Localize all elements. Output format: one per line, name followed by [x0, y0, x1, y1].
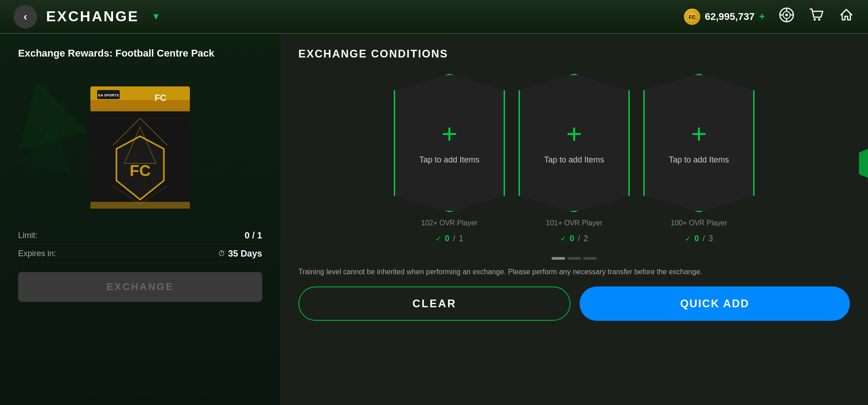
limit-label: Limit: [18, 231, 38, 240]
slot-2-label: Tap to add Items [544, 154, 604, 166]
slot-2-container: + Tap to add Items 101+ OVR Player ✓ 0 /… [519, 74, 630, 243]
main-content: Exchange Rewards: Football Centre Pack E… [0, 34, 868, 405]
quick-add-button[interactable]: QUICK ADD [580, 286, 850, 321]
reward-title: Exchange Rewards: Football Centre Pack [18, 48, 262, 59]
limit-value: 0 / 1 [245, 230, 262, 241]
slot-2-plus-icon: + [566, 120, 582, 148]
currency-icon: FC [684, 9, 700, 25]
pack-image-container: EA SPORTS FC FC [18, 73, 262, 218]
slot-1-card[interactable]: + Tap to add Items [394, 74, 505, 212]
slot-1-requirement: 102+ OVR Player [421, 219, 478, 227]
slots-row: + Tap to add Items 102+ OVR Player ✓ 0 /… [298, 74, 850, 243]
slot-3-card[interactable]: + Tap to add Items [643, 74, 755, 212]
info-section: Limit: 0 / 1 Expires in: ⏱ 35 Days [18, 227, 262, 263]
header-left: ‹ EXCHANGE ▼ [14, 5, 160, 29]
header: ‹ EXCHANGE ▼ FC 62,995,737 + [0, 0, 868, 34]
objectives-icon[interactable] [778, 7, 795, 26]
clear-button[interactable]: CLEAR [298, 286, 571, 321]
right-panel: EXCHANGE CONDITIONS + Tap to add Items 1… [280, 34, 868, 405]
header-right: FC 62,995,737 + [684, 7, 854, 26]
svg-text:FC: FC [155, 93, 167, 103]
back-button[interactable]: ‹ [14, 5, 37, 29]
expires-value: ⏱ 35 Days [218, 248, 262, 259]
expires-row: Expires in: ⏱ 35 Days [18, 245, 262, 263]
scroll-dots [552, 257, 597, 260]
svg-text:FC: FC [130, 162, 151, 179]
currency-display: FC 62,995,737 + [684, 9, 765, 25]
slot-1-label: Tap to add Items [419, 154, 479, 166]
svg-point-9 [814, 19, 816, 21]
title-dropdown-arrow-icon[interactable]: ▼ [151, 11, 160, 22]
svg-text:EA SPORTS: EA SPORTS [98, 93, 119, 97]
cart-icon[interactable] [808, 7, 825, 26]
scroll-dot-1 [552, 257, 565, 260]
warning-text: Training level cannot be inherited when … [298, 267, 850, 277]
slot-2-requirement: 101+ OVR Player [546, 219, 603, 227]
expires-label: Expires in: [18, 249, 56, 258]
back-arrow-icon: ‹ [24, 10, 27, 23]
slot-3-label: Tap to add Items [669, 154, 729, 166]
currency-plus-button[interactable]: + [759, 11, 765, 23]
svg-rect-25 [90, 202, 190, 209]
bottom-buttons: CLEAR QUICK ADD [298, 286, 850, 321]
slot-1-plus-icon: + [441, 120, 457, 148]
slot-3-requirement: 100+ OVR Player [671, 219, 727, 227]
slot-3-plus-icon: + [691, 120, 707, 148]
scroll-indicator [298, 257, 850, 260]
slot-2-progress: ✓ 0 / 2 [560, 234, 588, 243]
pack-svg: EA SPORTS FC FC [81, 73, 199, 218]
slot-1-progress: ✓ 0 / 1 [435, 234, 463, 243]
slot-1-container: + Tap to add Items 102+ OVR Player ✓ 0 /… [394, 74, 505, 243]
page-title: EXCHANGE [46, 8, 139, 25]
slot-3-wrapper: + Tap to add Items [643, 74, 755, 212]
home-icon[interactable] [838, 7, 854, 26]
slot-2-wrapper: + Tap to add Items [519, 74, 630, 212]
currency-amount: 62,995,737 [705, 11, 755, 23]
slot-3-progress: ✓ 0 / 3 [685, 234, 713, 243]
svg-point-8 [785, 14, 788, 16]
scroll-dot-3 [583, 257, 597, 260]
slot-3-container: + Tap to add Items 100+ OVR Player ✓ 0 /… [643, 74, 755, 243]
slot-2-card[interactable]: + Tap to add Items [519, 74, 630, 212]
fc-coin-svg: FC [686, 10, 698, 23]
limit-row: Limit: 0 / 1 [18, 227, 262, 245]
scroll-dot-2 [567, 257, 581, 260]
slot-1-wrapper: + Tap to add Items [394, 74, 505, 212]
conditions-title: EXCHANGE CONDITIONS [298, 48, 850, 60]
exchange-button[interactable]: EXCHANGE [18, 272, 262, 302]
left-panel: Exchange Rewards: Football Centre Pack E… [0, 34, 280, 405]
svg-text:FC: FC [689, 14, 696, 20]
svg-point-10 [818, 19, 821, 21]
clock-icon: ⏱ [218, 250, 225, 258]
